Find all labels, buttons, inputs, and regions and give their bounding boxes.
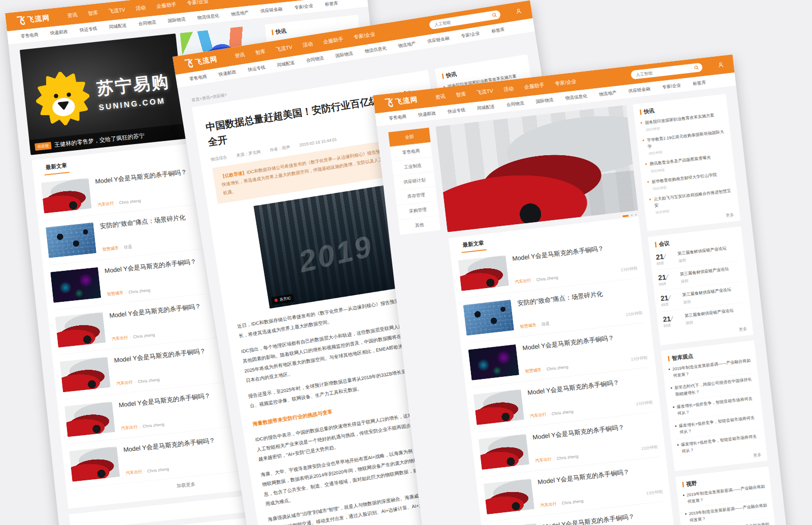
article-category-tag[interactable]: 智慧城市 xyxy=(520,322,536,330)
article-author[interactable]: Chris zheng xyxy=(133,332,155,339)
meta-separator: · xyxy=(120,245,122,250)
sub-nav-item[interactable]: 国际物流 xyxy=(335,51,353,59)
main-nav-item[interactable]: 专家/企业 xyxy=(555,78,577,87)
main-nav-item[interactable]: 资讯 xyxy=(234,51,246,59)
article-author[interactable]: Chris zheng xyxy=(546,364,568,371)
main-nav-item[interactable]: 飞流TV xyxy=(476,88,493,96)
main-nav-item[interactable]: 飞流TV xyxy=(276,44,293,53)
article-category-tag[interactable]: 汽车出行 xyxy=(535,456,552,464)
carousel-dot[interactable] xyxy=(631,214,633,216)
sub-nav-item[interactable]: 标签库 xyxy=(491,26,505,34)
search-button[interactable] xyxy=(691,64,701,72)
sub-nav-item[interactable]: 物流信息化 xyxy=(197,13,219,21)
site-logo[interactable]: 飞 飞流网 xyxy=(15,13,50,26)
site-logo[interactable]: 飞 飞流网 xyxy=(183,54,218,69)
sub-nav-item[interactable]: 专家/企业 xyxy=(662,83,681,90)
main-nav-item[interactable]: 活动 xyxy=(136,4,146,12)
main-nav-item[interactable]: 飞流TV xyxy=(108,7,125,15)
user-account-button[interactable] xyxy=(515,7,523,15)
article-category[interactable]: 物流综合 xyxy=(211,154,228,162)
site-logo[interactable]: 飞 飞流网 xyxy=(383,95,418,108)
article-category-tag[interactable]: 汽车出行 xyxy=(121,424,138,431)
sub-nav-item[interactable]: 快运专线 xyxy=(79,26,97,33)
meta-separator: · xyxy=(533,277,535,283)
article-author[interactable]: Chris zheng xyxy=(119,198,141,205)
main-nav-item[interactable]: 资讯 xyxy=(67,12,78,19)
main-nav-item[interactable]: 活动 xyxy=(503,85,514,93)
sub-nav-item[interactable]: 物流地产 xyxy=(398,41,416,49)
article-category-tag[interactable]: 汽车出行 xyxy=(515,277,531,285)
article-title[interactable]: Model Y会是马斯克的杀手锏吗？ xyxy=(512,240,635,263)
article-category-tag[interactable]: 汽车出行 xyxy=(97,200,114,207)
hero-carousel-image-tesla[interactable] xyxy=(435,105,638,232)
article-author[interactable]: Chris zheng xyxy=(138,377,160,384)
search-icon xyxy=(694,65,699,71)
article-author[interactable]: Chris zheng xyxy=(147,466,170,473)
sub-nav-item[interactable]: 同城配送 xyxy=(277,60,295,68)
main-nav-item[interactable]: 企服助手 xyxy=(524,82,545,90)
article-author[interactable]: Chris zheng xyxy=(142,422,164,429)
main-nav-item[interactable]: 智库 xyxy=(456,91,466,98)
article-category-tag[interactable]: 汽车出行 xyxy=(126,469,143,476)
article-author[interactable]: Chris zheng xyxy=(536,275,558,282)
sub-nav-item[interactable]: 专家/企业 xyxy=(294,3,313,11)
article-author[interactable]: Chris zheng xyxy=(128,288,151,295)
sub-nav-item[interactable]: 合同物流 xyxy=(506,100,524,108)
article-category-tag[interactable]: 智慧城市 xyxy=(102,245,119,252)
sub-nav-item[interactable]: 合同物流 xyxy=(138,19,156,27)
sub-nav-item[interactable]: 快递邮政 xyxy=(50,29,68,37)
sub-nav-item[interactable]: 标签库 xyxy=(692,80,706,87)
sub-nav-item[interactable]: 供应链金融 xyxy=(427,36,450,45)
main-nav-item[interactable]: 活动 xyxy=(302,41,314,49)
sub-nav-item[interactable]: 零售电商 xyxy=(20,32,39,40)
sub-nav-item[interactable]: 零售电商 xyxy=(189,74,208,82)
main-nav-item[interactable]: 企服助手 xyxy=(323,36,344,46)
hero-caption-text[interactable]: 王健林的零售梦，交给了疯狂的苏宁 xyxy=(54,132,145,149)
meta-separator: · xyxy=(543,367,545,372)
sub-nav-item[interactable]: 合同物流 xyxy=(306,55,324,63)
sub-nav-item[interactable]: 物流信息化 xyxy=(565,93,587,101)
main-nav-item[interactable]: 专家/企业 xyxy=(353,31,376,41)
article-category-tag[interactable]: 汽车出行 xyxy=(530,411,547,419)
sub-nav-item[interactable]: 国际物流 xyxy=(167,16,186,24)
sub-nav-item[interactable]: 快运专线 xyxy=(448,107,466,115)
article-author[interactable]: 佳遥 xyxy=(123,243,132,250)
article-author[interactable]: Chris zheng xyxy=(551,409,573,416)
sub-nav-item[interactable]: 标签库 xyxy=(325,1,339,8)
sub-nav-item[interactable]: 快递邮政 xyxy=(218,69,236,77)
hero-banner-suning[interactable]: 苏宁易购 SUNING.COM 供应链 王健林的零售梦，交给了疯狂的苏宁 xyxy=(20,33,187,155)
main-nav-item[interactable]: 资讯 xyxy=(435,93,446,100)
article-author[interactable]: Chris zheng xyxy=(556,453,579,461)
search-input[interactable] xyxy=(635,65,692,77)
sub-nav-item[interactable]: 物流信息化 xyxy=(364,45,387,54)
hero-category-tag[interactable]: 供应链 xyxy=(35,142,52,151)
sub-nav-item[interactable]: 供应链金融 xyxy=(260,6,283,14)
article-author[interactable]: 佳遥 xyxy=(541,321,550,327)
sub-nav-item[interactable]: 零售电商 xyxy=(389,114,407,121)
article-thumbnail xyxy=(69,446,120,481)
main-nav-item[interactable]: 智库 xyxy=(88,9,98,17)
sub-nav-item[interactable]: 供应链金融 xyxy=(628,86,651,94)
sub-nav-item[interactable]: 国际物流 xyxy=(535,97,554,104)
article-category-tag[interactable]: 智慧城市 xyxy=(107,290,123,297)
main-nav-item[interactable]: 专家/企业 xyxy=(187,0,209,7)
article-category-tag[interactable]: 汽车出行 xyxy=(540,501,557,508)
sub-nav-item[interactable]: 同城配送 xyxy=(109,23,127,30)
sub-nav-item[interactable]: 专家/企业 xyxy=(461,30,480,39)
article-category-tag[interactable]: 智慧城市 xyxy=(525,367,542,374)
sub-nav-item[interactable]: 同城配送 xyxy=(477,103,495,111)
section-accent-bar xyxy=(682,482,684,487)
sub-nav-item[interactable]: 快运专线 xyxy=(248,64,266,73)
sub-nav-item[interactable]: 物流地产 xyxy=(599,90,617,97)
main-nav-item[interactable]: 智库 xyxy=(255,48,266,56)
article-category-tag[interactable]: 汽车出行 xyxy=(112,335,128,342)
search-button[interactable] xyxy=(489,11,500,19)
carousel-dot[interactable] xyxy=(635,214,637,216)
sub-nav-item[interactable]: 快递邮政 xyxy=(418,111,436,118)
user-account-button[interactable] xyxy=(717,61,725,68)
main-nav-item[interactable]: 企服助手 xyxy=(156,1,177,10)
article-category-tag[interactable]: 汽车出行 xyxy=(116,379,133,387)
sub-nav-item[interactable]: 物流地产 xyxy=(231,10,249,17)
article-author[interactable]: Chris zheng xyxy=(561,498,584,505)
search-input[interactable] xyxy=(433,13,490,27)
